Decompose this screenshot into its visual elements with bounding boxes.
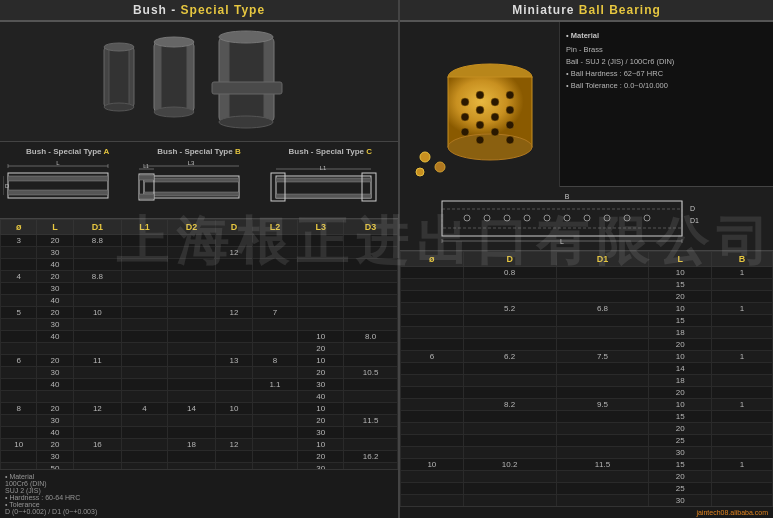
table-row: 20	[401, 387, 773, 399]
svg-point-48	[476, 136, 484, 144]
table-row: 8.29.5101	[401, 399, 773, 411]
table-cell	[122, 451, 168, 463]
table-cell: 10	[401, 459, 464, 471]
table-row: 40	[1, 391, 398, 403]
table-cell	[1, 451, 37, 463]
svg-point-10	[219, 31, 273, 43]
table-cell: 20	[298, 343, 344, 355]
table-cell	[73, 451, 121, 463]
bush-shapes-svg	[89, 27, 309, 137]
table-row: 20	[401, 339, 773, 351]
table-cell	[463, 387, 556, 399]
table-row: 4030	[1, 427, 398, 439]
table-cell	[712, 339, 773, 351]
svg-rect-26	[139, 175, 154, 180]
table-cell	[37, 391, 73, 403]
table-cell: 20	[298, 415, 344, 427]
svg-point-61	[464, 215, 470, 221]
table-cell: 20	[649, 471, 712, 483]
table-cell	[712, 315, 773, 327]
table-cell	[216, 343, 252, 355]
table-cell	[216, 415, 252, 427]
table-cell	[216, 367, 252, 379]
svg-point-50	[491, 113, 499, 121]
table-row: 66.27.5101	[401, 351, 773, 363]
main-container: 上海根正进出口有限公司 Bush - Special Type	[0, 0, 773, 518]
table-row: 3208.8	[1, 235, 398, 247]
table-cell: 5.2	[463, 303, 556, 315]
table-cell	[298, 235, 344, 247]
table-cell	[167, 295, 215, 307]
table-cell	[122, 427, 168, 439]
table-cell: 20	[37, 403, 73, 415]
table-cell: 15	[649, 279, 712, 291]
table-cell	[463, 315, 556, 327]
table-cell: 10	[216, 403, 252, 415]
table-cell	[712, 483, 773, 495]
svg-point-43	[461, 113, 469, 121]
col-d2: D2	[167, 220, 215, 235]
table-cell: 20	[37, 235, 73, 247]
table-cell	[344, 247, 398, 259]
table-cell	[556, 471, 649, 483]
table-row: 401.130	[1, 379, 398, 391]
table-cell	[556, 483, 649, 495]
table-cell: 11.5	[344, 415, 398, 427]
table-cell	[344, 391, 398, 403]
table-cell	[401, 447, 464, 459]
bearing-info: • Material Pin - Brass Ball - SUJ 2 (JIS…	[560, 22, 773, 186]
table-cell	[1, 391, 37, 403]
table-cell: 8	[252, 355, 298, 367]
table-cell	[252, 451, 298, 463]
bearing-diagram: B D D1 L	[400, 187, 773, 251]
svg-point-49	[491, 98, 499, 106]
table-cell	[1, 247, 37, 259]
table-cell: 10.2	[463, 459, 556, 471]
footer-material-2: SUJ 2 (JIS)	[5, 487, 393, 494]
table-cell: 20	[298, 451, 344, 463]
table-cell: 1.1	[252, 379, 298, 391]
svg-text:D: D	[690, 205, 695, 212]
left-table-body: 3208.83012404208.83040520101273040108.02…	[1, 235, 398, 470]
table-cell	[344, 235, 398, 247]
svg-text:L1: L1	[319, 165, 326, 171]
table-cell	[1, 295, 37, 307]
table-cell	[463, 483, 556, 495]
table-cell	[1, 283, 37, 295]
table-cell	[344, 355, 398, 367]
info-ball-hardness: • Ball Hardness : 62~67 HRC	[566, 68, 767, 80]
table-cell: 1	[712, 351, 773, 363]
table-cell	[122, 271, 168, 283]
table-cell	[216, 283, 252, 295]
table-cell	[1, 427, 37, 439]
table-cell	[344, 439, 398, 451]
table-cell	[252, 247, 298, 259]
table-cell: 15	[649, 459, 712, 471]
rcol-d1: D1	[556, 252, 649, 267]
table-cell	[122, 259, 168, 271]
table-cell	[401, 279, 464, 291]
svg-text:B: B	[564, 193, 569, 200]
table-cell	[344, 295, 398, 307]
table-cell: 16	[73, 439, 121, 451]
diagram-b-label: Bush - Special Type B	[157, 147, 240, 156]
table-cell	[37, 343, 73, 355]
right-table-body: 0.810115205.26.810115182066.27.510114182…	[401, 267, 773, 507]
table-cell	[1, 415, 37, 427]
table-row: 25	[401, 435, 773, 447]
svg-point-46	[476, 106, 484, 114]
table-cell	[401, 399, 464, 411]
svg-rect-12	[212, 82, 282, 94]
info-pin-material: Pin - Brass	[566, 44, 767, 56]
table-cell: 10	[298, 355, 344, 367]
table-cell: 30	[298, 379, 344, 391]
table-cell	[122, 391, 168, 403]
svg-point-68	[604, 215, 610, 221]
svg-text:L3: L3	[188, 160, 195, 166]
watermark-url: jaintech08.alibaba.com	[696, 509, 768, 516]
table-row: 302010.5	[1, 367, 398, 379]
table-cell	[556, 279, 649, 291]
table-cell: 10	[649, 351, 712, 363]
table-row: 20	[1, 343, 398, 355]
table-cell	[1, 343, 37, 355]
